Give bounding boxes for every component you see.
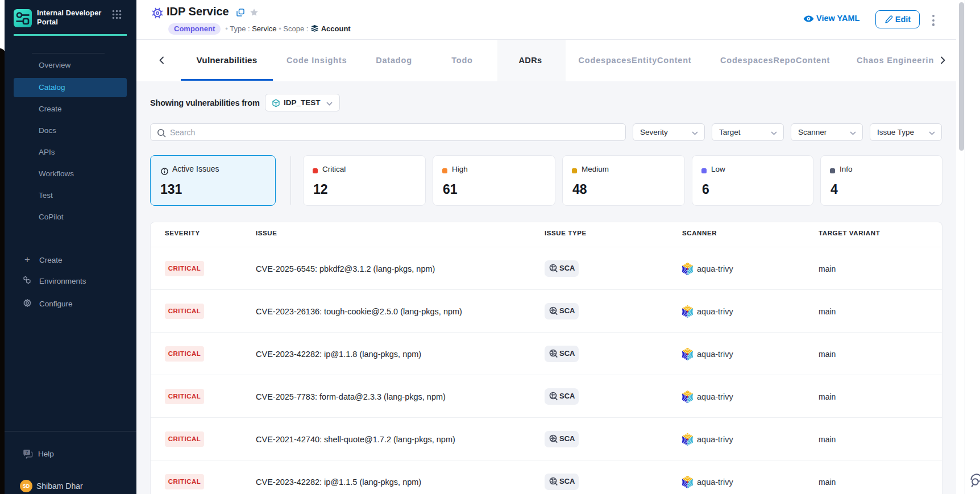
svg-text:?: ? <box>26 450 28 455</box>
